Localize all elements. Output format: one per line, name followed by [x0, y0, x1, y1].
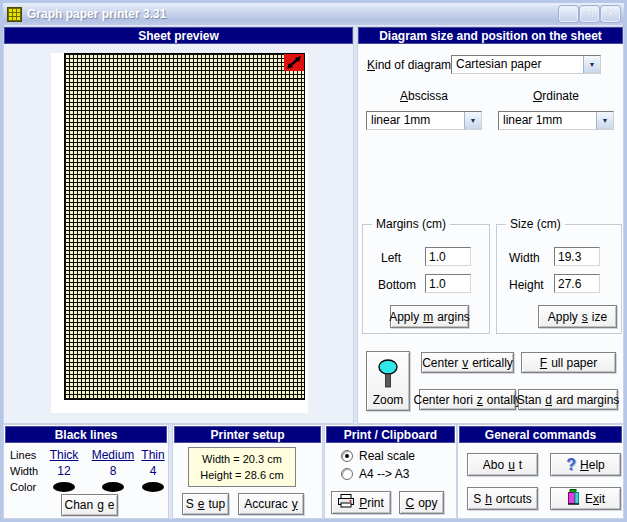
resize-arrow-icon[interactable]	[284, 54, 304, 71]
height-label: Height	[509, 278, 544, 292]
standard-margins-button[interactable]: Standard margins	[518, 389, 618, 410]
abscissa-value: linear 1mm	[367, 112, 464, 129]
ordinate-label: Ordinate	[498, 89, 614, 103]
margins-group: Margins (cm) Left Bottom Apply margins	[362, 224, 490, 334]
thin-column-header[interactable]: Thin	[135, 448, 171, 462]
printer-icon	[338, 494, 355, 511]
change-button[interactable]: Change	[61, 494, 118, 516]
chevron-down-icon[interactable]: ▼	[583, 56, 600, 73]
thick-width-value: 12	[42, 464, 86, 478]
kind-of-diagram-label: Kind of diagram	[367, 58, 451, 72]
medium-column-header[interactable]: Medium	[91, 448, 135, 462]
help-button[interactable]: ? Help	[550, 453, 621, 476]
definition-panel: Definition of the diagram Kind of diagra…	[357, 26, 624, 424]
ordinate-select[interactable]: linear 1mm ▼	[498, 111, 614, 130]
printer-setup-panel: Printer setup Width = 20.3 cm Height = 2…	[172, 424, 323, 519]
print-button-label: Print	[359, 496, 384, 510]
zoom-button[interactable]: Zoom	[366, 351, 410, 411]
general-commands-panel: General commands About ? Help Shortcuts …	[457, 424, 624, 519]
sheet-preview-header: Sheet preview	[4, 27, 353, 44]
printer-setup-header: Printer setup	[174, 426, 321, 443]
left-margin-label: Left	[381, 251, 401, 265]
exit-door-icon	[566, 489, 581, 508]
help-button-label: Help	[580, 458, 605, 472]
medium-width-value: 8	[91, 464, 135, 478]
a4-a3-label[interactable]: A4 --> A3	[359, 467, 409, 481]
paper-size-info: Width = 20.3 cm Height = 28.6 cm	[188, 447, 296, 487]
zoom-button-label: Zoom	[373, 393, 404, 407]
thick-column-header[interactable]: Thick	[42, 448, 86, 462]
print-clipboard-header: Print / Clipboard	[326, 426, 455, 443]
minimize-button[interactable]: —	[559, 6, 578, 22]
abscissa-select[interactable]: linear 1mm ▼	[366, 111, 482, 130]
shortcuts-button[interactable]: Shortcuts	[467, 487, 538, 510]
maximize-button[interactable]: ❐	[580, 6, 599, 22]
center-vertically-button[interactable]: Center vertically	[421, 352, 514, 373]
about-button[interactable]: About	[467, 453, 538, 476]
abscissa-label: Abscissa	[366, 89, 482, 103]
print-button[interactable]: Print	[331, 491, 391, 514]
kind-of-diagram-value: Cartesian paper	[452, 56, 583, 73]
setup-button[interactable]: Setup	[182, 493, 229, 515]
paper-width-text: Width = 20.3 cm	[189, 451, 295, 467]
real-scale-label[interactable]: Real scale	[359, 449, 415, 463]
lines-row-label: Lines	[10, 449, 36, 461]
print-clipboard-panel: Print / Clipboard Real scale A4 --> A3 P…	[324, 424, 457, 519]
center-horizontally-button[interactable]: Center horizontally	[419, 389, 516, 410]
close-button[interactable]: ✕	[601, 6, 620, 22]
real-scale-radio[interactable]	[341, 450, 353, 462]
width-row-label: Width	[10, 465, 38, 477]
ordinate-value: linear 1mm	[499, 112, 596, 129]
sheet-preview-page	[51, 53, 308, 413]
size-group: Size (cm) Width Height Apply size	[496, 224, 622, 334]
title-bar: Graph paper printer 3.31 — ❐ ✕	[3, 3, 624, 25]
kind-of-diagram-select[interactable]: Cartesian paper ▼	[451, 55, 601, 74]
graph-grid-preview	[64, 53, 305, 400]
a4-a3-radio[interactable]	[341, 468, 353, 480]
left-margin-input[interactable]	[425, 247, 471, 266]
graph-paper-icon	[7, 7, 22, 22]
paper-height-text: Height = 28.6 cm	[189, 467, 295, 483]
chevron-down-icon[interactable]: ▼	[464, 112, 481, 129]
thick-color-swatch	[53, 482, 75, 492]
apply-margins-button[interactable]: Apply margins	[390, 305, 469, 328]
apply-size-button[interactable]: Apply size	[538, 305, 617, 328]
full-paper-button[interactable]: Full paper	[521, 352, 616, 373]
chevron-down-icon[interactable]: ▼	[596, 112, 613, 129]
black-lines-header: Black lines	[5, 426, 167, 443]
copy-button[interactable]: Copy	[399, 491, 444, 514]
bottom-margin-label: Bottom	[378, 278, 416, 292]
medium-color-swatch	[102, 482, 124, 492]
thin-color-swatch	[142, 482, 164, 492]
width-input[interactable]	[554, 247, 600, 266]
question-mark-icon: ?	[566, 458, 576, 472]
exit-button-label: Exit	[585, 492, 605, 506]
black-lines-panel: Black lines Lines Width Color Thick Medi…	[3, 424, 169, 519]
bottom-margin-input[interactable]	[425, 274, 471, 293]
width-label: Width	[509, 251, 540, 265]
general-commands-header: General commands	[459, 426, 622, 443]
height-input[interactable]	[554, 274, 600, 293]
color-row-label: Color	[10, 481, 36, 493]
margins-group-title: Margins (cm)	[372, 217, 450, 231]
accuracy-button[interactable]: Accuracy	[238, 493, 304, 515]
exit-button[interactable]: Exit	[550, 487, 621, 510]
bottom-section: Black lines Lines Width Color Thick Medi…	[3, 424, 624, 519]
thin-width-value: 4	[135, 464, 171, 478]
sheet-preview-panel: Sheet preview	[3, 26, 354, 424]
magnifier-icon	[376, 359, 400, 392]
size-group-title: Size (cm)	[506, 217, 565, 231]
diagram-size-header: Diagram size and position on the sheet	[358, 27, 623, 44]
window-title: Graph paper printer 3.31	[27, 7, 554, 21]
